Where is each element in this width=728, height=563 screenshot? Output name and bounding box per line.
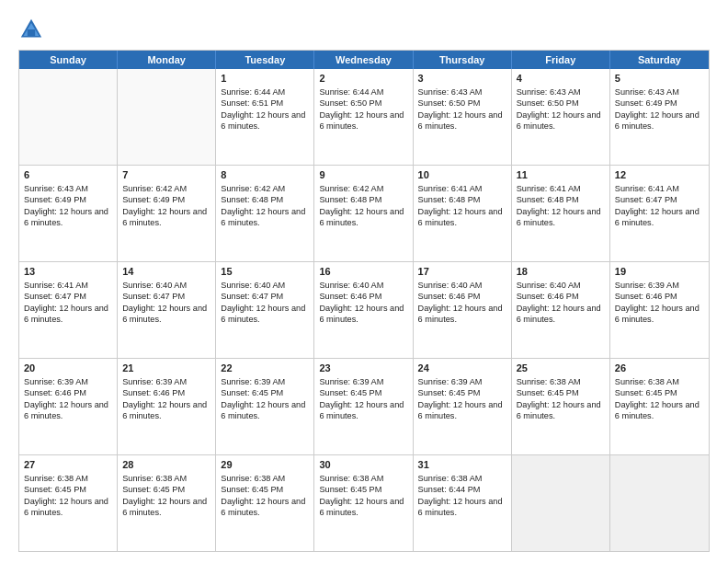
cell-line-1: Sunset: 6:50 PM <box>418 98 481 108</box>
cell-line-0: Sunrise: 6:38 AM <box>221 474 285 483</box>
day-number: 19 <box>615 265 704 279</box>
day-number: 26 <box>615 362 704 375</box>
calendar-cell-r2-c2: 15Sunrise: 6:40 AM Sunset: 6:47 PM Dayli… <box>216 262 314 358</box>
calendar-cell-r0-c4: 3Sunrise: 6:43 AM Sunset: 6:50 PM Daylig… <box>414 69 512 165</box>
cell-line-0: Sunrise: 6:42 AM <box>122 184 187 193</box>
day-number: 4 <box>517 72 605 86</box>
cell-line-2: Daylight: 12 hours <box>517 207 585 216</box>
calendar-cell-r2-c3: 16Sunrise: 6:40 AM Sunset: 6:46 PM Dayli… <box>314 262 413 358</box>
logo-icon <box>18 17 44 42</box>
calendar-cell-r3-c6: 26Sunrise: 6:38 AM Sunset: 6:45 PM Dayli… <box>610 359 709 454</box>
cell-line-0: Sunrise: 6:39 AM <box>319 377 383 386</box>
cell-line-2: Daylight: 12 hours <box>319 110 387 120</box>
cell-line-1: Sunset: 6:45 PM <box>24 485 86 494</box>
day-number: 22 <box>221 362 309 375</box>
cell-line-1: Sunset: 6:48 PM <box>319 195 381 204</box>
cell-line-0: Sunrise: 6:43 AM <box>418 87 483 97</box>
cell-line-2: Daylight: 12 hours <box>319 207 387 216</box>
calendar-header: SundayMondayTuesdayWednesdayThursdayFrid… <box>19 51 709 69</box>
cell-line-1: Sunset: 6:49 PM <box>24 195 86 204</box>
cell-line-2: Daylight: 12 hours <box>615 400 683 409</box>
calendar-cell-r2-c1: 14Sunrise: 6:40 AM Sunset: 6:47 PM Dayli… <box>118 262 216 358</box>
cell-line-2: Daylight: 12 hours <box>24 304 92 313</box>
day-number: 14 <box>122 265 210 279</box>
cell-line-2: Daylight: 12 hours <box>418 207 486 216</box>
cell-line-0: Sunrise: 6:40 AM <box>122 281 187 290</box>
calendar-cell-r0-c3: 2Sunrise: 6:44 AM Sunset: 6:50 PM Daylig… <box>314 69 413 165</box>
cell-line-2: Daylight: 12 hours <box>615 304 683 313</box>
cell-line-2: Daylight: 12 hours <box>418 110 486 120</box>
cell-line-2: Daylight: 12 hours <box>615 110 683 120</box>
day-number: 17 <box>418 265 506 279</box>
day-number: 21 <box>122 362 210 375</box>
day-number: 15 <box>221 265 309 279</box>
calendar-row-1: 6Sunrise: 6:43 AM Sunset: 6:49 PM Daylig… <box>19 165 709 261</box>
cell-line-0: Sunrise: 6:40 AM <box>517 281 581 290</box>
cell-line-1: Sunset: 6:45 PM <box>615 388 677 397</box>
calendar-cell-r1-c4: 10Sunrise: 6:41 AM Sunset: 6:48 PM Dayli… <box>414 166 512 261</box>
cell-line-2: Daylight: 12 hours <box>517 400 585 409</box>
cell-line-2: Daylight: 12 hours <box>24 497 92 506</box>
calendar-cell-r1-c3: 9Sunrise: 6:42 AM Sunset: 6:48 PM Daylig… <box>314 166 413 261</box>
cell-line-0: Sunrise: 6:39 AM <box>615 281 679 290</box>
cell-line-0: Sunrise: 6:42 AM <box>319 184 383 193</box>
calendar-cell-r0-c1 <box>118 69 216 165</box>
calendar-cell-r2-c0: 13Sunrise: 6:41 AM Sunset: 6:47 PM Dayli… <box>19 262 118 358</box>
day-number: 6 <box>24 168 112 182</box>
cell-line-1: Sunset: 6:46 PM <box>517 292 579 301</box>
calendar-cell-r3-c0: 20Sunrise: 6:39 AM Sunset: 6:46 PM Dayli… <box>19 359 118 454</box>
cell-line-2: Daylight: 12 hours <box>418 400 486 409</box>
day-number: 25 <box>517 362 605 375</box>
calendar-cell-r2-c5: 18Sunrise: 6:40 AM Sunset: 6:46 PM Dayli… <box>512 262 610 358</box>
calendar-cell-r3-c4: 24Sunrise: 6:39 AM Sunset: 6:45 PM Dayli… <box>414 359 512 454</box>
cell-line-0: Sunrise: 6:38 AM <box>615 377 679 386</box>
day-number: 28 <box>122 458 210 472</box>
cell-line-1: Sunset: 6:45 PM <box>418 388 481 397</box>
calendar-cell-r1-c2: 8Sunrise: 6:42 AM Sunset: 6:48 PM Daylig… <box>216 166 314 261</box>
cell-line-1: Sunset: 6:45 PM <box>319 485 381 494</box>
day-number: 16 <box>319 265 407 279</box>
calendar-cell-r3-c1: 21Sunrise: 6:39 AM Sunset: 6:46 PM Dayli… <box>118 359 216 454</box>
calendar-cell-r4-c3: 30Sunrise: 6:38 AM Sunset: 6:45 PM Dayli… <box>314 455 413 551</box>
day-number: 29 <box>221 458 309 472</box>
cell-line-0: Sunrise: 6:38 AM <box>122 474 187 483</box>
cell-line-2: Daylight: 12 hours <box>319 304 387 313</box>
calendar-cell-r0-c6: 5Sunrise: 6:43 AM Sunset: 6:49 PM Daylig… <box>610 69 709 165</box>
cell-line-2: Daylight: 12 hours <box>221 110 289 120</box>
cell-line-2: Daylight: 12 hours <box>221 207 289 216</box>
svg-rect-2 <box>28 29 35 36</box>
cell-line-1: Sunset: 6:50 PM <box>319 98 381 108</box>
cell-line-1: Sunset: 6:45 PM <box>122 485 185 494</box>
day-number: 31 <box>418 458 506 472</box>
cell-line-1: Sunset: 6:45 PM <box>517 388 579 397</box>
cell-line-2: Daylight: 12 hours <box>221 304 289 313</box>
cell-line-2: Daylight: 12 hours <box>122 497 190 506</box>
calendar-body: 1Sunrise: 6:44 AM Sunset: 6:51 PM Daylig… <box>19 69 709 551</box>
cell-line-1: Sunset: 6:44 PM <box>418 485 481 494</box>
calendar-cell-r4-c1: 28Sunrise: 6:38 AM Sunset: 6:45 PM Dayli… <box>118 455 216 551</box>
calendar-cell-r1-c1: 7Sunrise: 6:42 AM Sunset: 6:49 PM Daylig… <box>118 166 216 261</box>
cell-line-2: Daylight: 12 hours <box>122 400 190 409</box>
cell-line-1: Sunset: 6:47 PM <box>615 195 677 204</box>
calendar-cell-r3-c5: 25Sunrise: 6:38 AM Sunset: 6:45 PM Dayli… <box>512 359 610 454</box>
cell-line-1: Sunset: 6:46 PM <box>418 292 481 301</box>
cell-line-0: Sunrise: 6:40 AM <box>418 281 483 290</box>
cell-line-0: Sunrise: 6:44 AM <box>319 87 383 97</box>
cell-line-1: Sunset: 6:48 PM <box>221 195 283 204</box>
day-number: 10 <box>418 168 506 182</box>
calendar-cell-r4-c6 <box>610 455 709 551</box>
cell-line-1: Sunset: 6:45 PM <box>221 388 283 397</box>
cell-line-1: Sunset: 6:48 PM <box>517 195 579 204</box>
cell-line-0: Sunrise: 6:43 AM <box>24 184 88 193</box>
cell-line-1: Sunset: 6:49 PM <box>615 98 677 108</box>
calendar-row-2: 13Sunrise: 6:41 AM Sunset: 6:47 PM Dayli… <box>19 261 709 358</box>
calendar-cell-r2-c4: 17Sunrise: 6:40 AM Sunset: 6:46 PM Dayli… <box>414 262 512 358</box>
cell-line-1: Sunset: 6:49 PM <box>122 195 185 204</box>
day-number: 5 <box>615 72 704 86</box>
cell-line-2: Daylight: 12 hours <box>319 497 387 506</box>
cell-line-0: Sunrise: 6:41 AM <box>615 184 679 193</box>
calendar-cell-r1-c5: 11Sunrise: 6:41 AM Sunset: 6:48 PM Dayli… <box>512 166 610 261</box>
calendar: SundayMondayTuesdayWednesdayThursdayFrid… <box>18 50 710 552</box>
cell-line-1: Sunset: 6:50 PM <box>517 98 579 108</box>
cell-line-1: Sunset: 6:46 PM <box>615 292 677 301</box>
